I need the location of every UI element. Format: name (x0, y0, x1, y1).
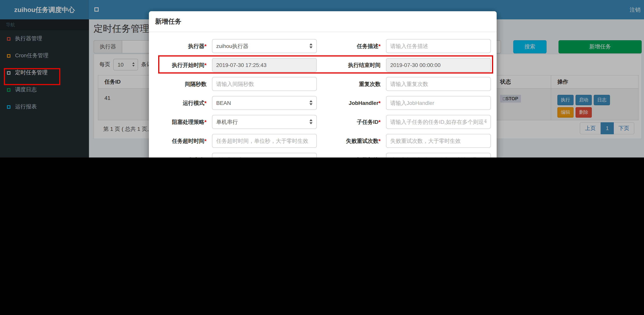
select-caret-icon (310, 119, 312, 124)
jobhandler-label: JobHandler* (317, 96, 380, 110)
end-time-label: 执行结束时间 (317, 58, 380, 72)
run-mode-label: 运行模式* (158, 96, 206, 110)
child-job-label: 子任务ID* (317, 115, 380, 129)
executor-select-value: zuihou执行器 (216, 43, 248, 49)
block-strategy-select-value: 单机串行 (216, 119, 238, 125)
interval-input[interactable] (212, 77, 317, 91)
modal-title: 新增任务 (155, 17, 182, 26)
block-strategy-label: 阻塞处理策略* (158, 115, 206, 129)
executor-select[interactable]: zuihou执行器 (212, 39, 317, 53)
repeat-count-input[interactable] (386, 77, 491, 91)
select-caret-icon (310, 100, 312, 105)
alarm-email-input[interactable] (386, 153, 491, 158)
modal-body: 执行器* zuihou执行器 任务描述* 执行开始时间* 执行结束时间 间隔秒数… (149, 32, 497, 158)
owner-label: 负责人* (158, 153, 206, 158)
retry-count-label: 失败重试次数* (317, 134, 380, 148)
app-root: zuihou任务调度中心 导航 执行器管理 Cron任务管理 定时任务管理 调度… (0, 0, 644, 158)
select-caret-icon (310, 43, 312, 48)
alarm-email-label: 报警邮件* (317, 153, 380, 158)
job-desc-input[interactable] (386, 39, 491, 53)
retry-count-input[interactable] (386, 134, 491, 148)
start-time-label: 执行开始时间* (158, 58, 206, 72)
executor-label: 执行器* (158, 39, 206, 53)
repeat-count-label: 重复次数 (317, 77, 380, 91)
end-time-input[interactable] (386, 58, 491, 72)
block-strategy-select[interactable]: 单机串行 (212, 115, 317, 129)
interval-label: 间隔秒数 (158, 77, 206, 91)
owner-input[interactable] (212, 153, 317, 158)
timeout-label: 任务超时时间* (158, 134, 206, 148)
child-job-input[interactable] (386, 115, 491, 129)
job-desc-label: 任务描述* (317, 39, 380, 53)
modal-header: 新增任务 (149, 11, 497, 32)
run-mode-select[interactable]: BEAN (212, 96, 317, 110)
run-mode-select-value: BEAN (216, 100, 231, 106)
jobhandler-input[interactable] (386, 96, 491, 110)
start-time-input[interactable] (212, 58, 317, 72)
timeout-input[interactable] (212, 134, 317, 148)
add-job-modal: 新增任务 执行器* zuihou执行器 任务描述* 执行开始时间* 执行结束时间… (149, 11, 497, 158)
